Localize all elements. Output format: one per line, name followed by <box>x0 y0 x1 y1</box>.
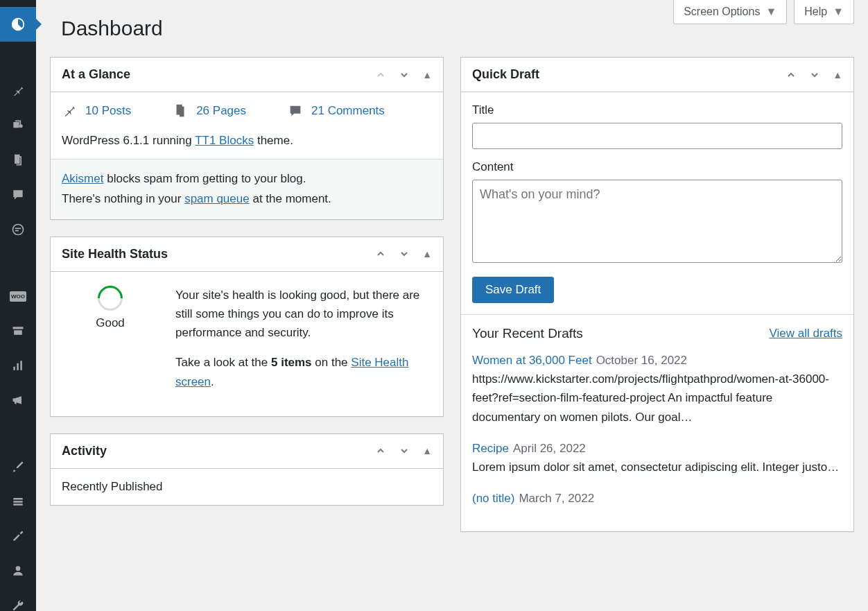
wrench-icon <box>11 599 25 611</box>
draft-excerpt: Lorem ipsum dolor sit amet, consectetur … <box>472 458 842 476</box>
analytics-icon <box>11 359 25 372</box>
pages-icon <box>11 153 25 167</box>
comment-icon <box>288 103 303 119</box>
move-down-icon[interactable] <box>399 248 410 259</box>
draft-date: March 7, 2022 <box>519 492 594 505</box>
plugin-icon <box>11 494 25 508</box>
akismet-notice: Akismet blocks spam from getting to your… <box>51 159 443 219</box>
draft-item: (no title)March 7, 2022 <box>472 489 842 508</box>
pin-icon <box>62 103 77 119</box>
help-button[interactable]: Help ▼ <box>794 0 854 24</box>
screen-options-label: Screen Options <box>684 6 760 18</box>
sidebar-item-settings[interactable] <box>0 588 36 611</box>
draft-excerpt: https://www.kickstarter.com/projects/fli… <box>472 370 842 427</box>
activity-subtitle: Recently Published <box>62 480 432 494</box>
save-draft-button[interactable]: Save Draft <box>472 277 554 303</box>
health-indicator-icon <box>93 280 128 316</box>
health-status-label: Good <box>96 316 125 330</box>
user-icon <box>11 564 25 578</box>
draft-date: April 26, 2022 <box>513 442 586 455</box>
sidebar-item-media[interactable] <box>0 108 36 143</box>
content-label: Content <box>472 160 842 174</box>
widget-activity: Activity ▲ Recently Published <box>50 433 444 506</box>
help-label: Help <box>804 6 827 18</box>
draft-item: RecipeApril 26, 2022 Lorem ipsum dolor s… <box>472 439 842 476</box>
screen-options-button[interactable]: Screen Options ▼ <box>673 0 787 24</box>
sidebar-item-comments[interactable] <box>0 178 36 212</box>
draft-title-link[interactable]: (no title) <box>472 492 514 505</box>
draft-title-link[interactable]: Women at 36,000 Feet <box>472 354 592 367</box>
svg-point-1 <box>13 225 24 235</box>
sidebar-item-posts[interactable] <box>0 74 36 108</box>
move-up-icon[interactable] <box>375 69 386 80</box>
move-down-icon[interactable] <box>399 445 410 456</box>
megaphone-icon <box>11 393 25 407</box>
sidebar-item-pages[interactable] <box>0 143 36 178</box>
draft-content-textarea[interactable] <box>472 180 842 263</box>
pages-icon <box>173 103 188 119</box>
sidebar-item-dashboard[interactable] <box>0 7 36 42</box>
svg-point-2 <box>16 566 21 571</box>
spam-queue-link[interactable]: spam queue <box>184 192 250 205</box>
widget-title: Activity <box>62 444 107 458</box>
woo-icon: WOO <box>10 291 26 302</box>
toggle-icon[interactable]: ▲ <box>422 445 432 456</box>
sidebar-item-users[interactable] <box>0 553 36 588</box>
draft-item: Women at 36,000 FeetOctober 16, 2022 htt… <box>472 351 842 427</box>
move-down-icon[interactable] <box>399 69 410 80</box>
akismet-link[interactable]: Akismet <box>62 172 103 185</box>
widget-at-a-glance: At a Glance ▲ 10 Posts <box>50 57 444 220</box>
svg-point-0 <box>19 124 23 128</box>
toggle-icon[interactable]: ▲ <box>833 69 842 80</box>
pin-icon <box>11 84 25 98</box>
wp-version-text: WordPress 6.1.1 running TT1 Blocks theme… <box>62 131 432 148</box>
chevron-down-icon: ▼ <box>833 6 844 18</box>
view-all-drafts-link[interactable]: View all drafts <box>769 327 842 341</box>
dashboard-icon <box>10 17 26 32</box>
comments-link[interactable]: 21 Comments <box>311 104 385 118</box>
media-icon <box>11 119 25 132</box>
sidebar-item-tools[interactable] <box>0 519 36 553</box>
sidebar-item-appearance[interactable] <box>0 449 36 484</box>
widget-title: Quick Draft <box>472 67 539 82</box>
sidebar-item-analytics[interactable] <box>0 348 36 383</box>
move-up-icon[interactable] <box>785 69 797 80</box>
posts-link[interactable]: 10 Posts <box>85 104 131 118</box>
brush-icon <box>11 460 25 474</box>
draft-date: October 16, 2022 <box>596 354 687 367</box>
sidebar-item-feedback[interactable] <box>0 212 36 247</box>
widget-title: Site Health Status <box>62 247 168 261</box>
move-up-icon[interactable] <box>375 445 386 456</box>
widget-title: At a Glance <box>62 67 130 82</box>
pages-link[interactable]: 26 Pages <box>196 104 246 118</box>
archive-icon <box>11 324 25 338</box>
toggle-icon[interactable]: ▲ <box>422 248 432 259</box>
widget-site-health: Site Health Status ▲ Good <box>50 236 444 417</box>
draft-title-input[interactable] <box>472 123 842 149</box>
health-action-text: Take a look at the 5 items on the Site H… <box>175 353 432 390</box>
theme-link[interactable]: TT1 Blocks <box>195 134 254 147</box>
tools-icon <box>11 529 25 543</box>
sidebar-item-woocommerce[interactable]: WOO <box>0 279 36 313</box>
sidebar-item-products[interactable] <box>0 313 36 348</box>
comment-icon <box>11 188 25 202</box>
admin-sidebar: WOO <box>0 0 36 611</box>
health-description: Your site's health is looking good, but … <box>175 286 432 343</box>
chevron-down-icon: ▼ <box>765 6 776 18</box>
draft-title-link[interactable]: Recipe <box>472 442 509 455</box>
title-label: Title <box>472 103 842 117</box>
sidebar-item-plugins[interactable] <box>0 484 36 519</box>
widget-quick-draft: Quick Draft ▲ Title Conten <box>460 57 854 532</box>
toggle-icon[interactable]: ▲ <box>422 69 432 80</box>
recent-drafts-title: Your Recent Drafts <box>472 326 583 341</box>
feedback-icon <box>11 223 25 236</box>
move-up-icon[interactable] <box>375 248 386 259</box>
sidebar-item-marketing[interactable] <box>0 383 36 418</box>
move-down-icon[interactable] <box>809 69 820 80</box>
